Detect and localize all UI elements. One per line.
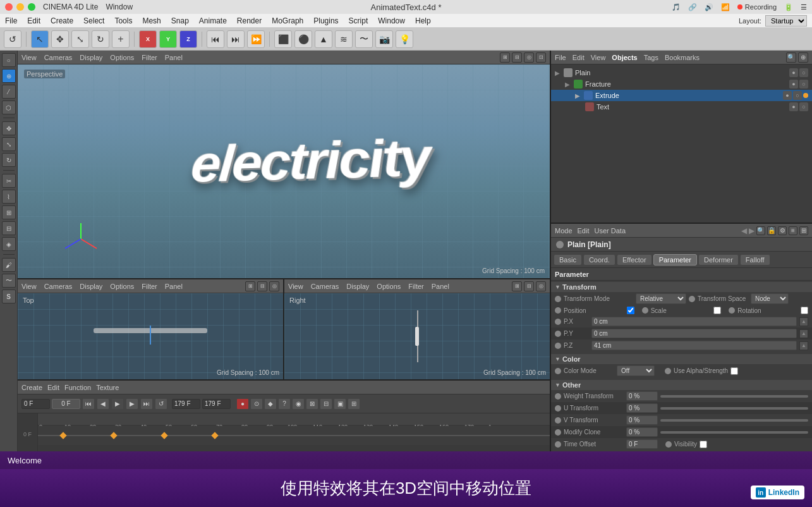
top-vp-display[interactable]: Display bbox=[80, 283, 102, 290]
vis-circle[interactable] bbox=[665, 441, 672, 448]
pz-input[interactable] bbox=[591, 341, 797, 350]
menu-file[interactable]: File bbox=[5, 16, 17, 25]
ut-circle[interactable] bbox=[555, 405, 561, 412]
transform-space-select[interactable]: Node bbox=[751, 293, 789, 304]
pz-up-btn[interactable]: ▲ bbox=[799, 341, 808, 350]
plain-expand[interactable]: ▶ bbox=[555, 70, 560, 76]
alpha-checkbox[interactable] bbox=[730, 367, 738, 375]
add-btn[interactable]: + bbox=[112, 30, 130, 48]
tool-knife[interactable]: ✂ bbox=[2, 174, 16, 188]
right-vc-3[interactable]: ◎ bbox=[536, 281, 546, 291]
rot-key-btn[interactable]: ◉ bbox=[292, 398, 305, 410]
extrude-expand[interactable]: ▶ bbox=[575, 92, 580, 99]
right-viewport-canvas[interactable]: Right Grid Spacing : 100 cm bbox=[284, 293, 550, 379]
main-viewport-canvas[interactable]: Perspective electricity Grid Spacing : 1… bbox=[18, 64, 550, 278]
rotate-btn[interactable]: ↻ bbox=[92, 30, 109, 48]
tool-bevel[interactable]: ◈ bbox=[2, 237, 16, 251]
right-vp-filter[interactable]: Filter bbox=[408, 283, 423, 290]
obj-menu-file[interactable]: File bbox=[555, 54, 566, 61]
kf-marker-2[interactable] bbox=[110, 432, 117, 439]
obj-text-row[interactable]: Text ● ○ bbox=[551, 101, 812, 113]
text-vis-icon[interactable]: ● bbox=[789, 102, 798, 111]
scale-circle[interactable] bbox=[642, 307, 648, 314]
tl-create[interactable]: Create bbox=[21, 384, 42, 391]
go-start-btn[interactable]: ⏮ bbox=[82, 398, 95, 410]
tool-smooth[interactable]: 〜 bbox=[2, 274, 16, 288]
top-vp-cameras[interactable]: Cameras bbox=[44, 283, 73, 290]
pz-circle[interactable] bbox=[555, 343, 561, 349]
right-vp-display[interactable]: Display bbox=[346, 283, 369, 290]
maximize-button[interactable] bbox=[28, 3, 35, 11]
right-vp-options[interactable]: Options bbox=[377, 283, 401, 290]
to-circle[interactable] bbox=[555, 441, 561, 448]
kf-marker-1[interactable] bbox=[59, 432, 66, 439]
menu-select[interactable]: Select bbox=[83, 16, 104, 25]
minimize-button[interactable] bbox=[16, 3, 24, 11]
modify-clone-input[interactable] bbox=[626, 427, 658, 437]
color-section-header[interactable]: ▼ Color bbox=[551, 354, 812, 364]
transform-mode-select[interactable]: Relative bbox=[636, 293, 686, 304]
obj-menu-view[interactable]: View bbox=[591, 54, 606, 61]
tool-inset[interactable]: ⊟ bbox=[2, 221, 16, 235]
right-vp-view[interactable]: View bbox=[288, 283, 303, 290]
right-vc-1[interactable]: ⊞ bbox=[512, 281, 522, 291]
search2-icon[interactable]: ⊕ bbox=[798, 52, 808, 63]
rotation-checkbox[interactable] bbox=[801, 307, 808, 314]
top-vp-view[interactable]: View bbox=[21, 283, 37, 290]
menu-create[interactable]: Create bbox=[51, 16, 73, 25]
ts-circle[interactable] bbox=[689, 296, 695, 302]
tl-function[interactable]: Function bbox=[64, 384, 91, 391]
vt-circle[interactable] bbox=[555, 417, 561, 424]
prev-frame-btn[interactable]: ◀ bbox=[97, 398, 109, 410]
vp-menu-options[interactable]: Options bbox=[110, 54, 134, 61]
vp-ctrl-2[interactable]: ⊟ bbox=[512, 52, 522, 63]
attr-nav-fwd[interactable]: ▶ bbox=[749, 226, 754, 235]
deformer-btn[interactable]: 〜 bbox=[355, 30, 373, 48]
tool-extrude[interactable]: ⊞ bbox=[2, 205, 16, 219]
top-vc-3[interactable]: ◎ bbox=[269, 281, 279, 291]
tl-edit[interactable]: Edit bbox=[47, 384, 59, 391]
keyframe-track[interactable] bbox=[38, 426, 550, 445]
obj-menu-tags[interactable]: Tags bbox=[644, 54, 658, 61]
vt-slider[interactable] bbox=[660, 419, 808, 422]
fracture-render-icon[interactable]: ○ bbox=[799, 80, 808, 89]
alpha-circle[interactable] bbox=[665, 368, 671, 374]
record-btn[interactable]: ● bbox=[236, 398, 249, 410]
scale-checkbox[interactable] bbox=[713, 307, 721, 314]
point-key-btn[interactable]: ▣ bbox=[334, 398, 346, 410]
attr-icon5[interactable]: ⊞ bbox=[799, 226, 808, 235]
axis-z[interactable]: Z bbox=[179, 30, 197, 48]
tab-coord[interactable]: Coord. bbox=[583, 254, 615, 266]
end-frame-input[interactable] bbox=[172, 399, 200, 409]
timeline-ruler-area[interactable]: 0 10 20 30 40 50 60 70 80 90 100 110 bbox=[38, 413, 550, 455]
menu-snap[interactable]: Snap bbox=[171, 16, 189, 25]
obj-menu-objects[interactable]: Objects bbox=[612, 54, 637, 61]
nurbs-btn[interactable]: ≋ bbox=[335, 30, 353, 48]
menu-window[interactable]: Window bbox=[378, 16, 405, 25]
window-controls[interactable] bbox=[5, 3, 35, 11]
scale-btn[interactable]: ⤡ bbox=[71, 30, 89, 48]
tab-effector[interactable]: Effector bbox=[617, 254, 652, 266]
right-vp-cameras[interactable]: Cameras bbox=[311, 283, 339, 290]
attr-menu-edit[interactable]: Edit bbox=[578, 227, 590, 235]
undo-btn[interactable]: ↺ bbox=[4, 30, 21, 48]
search-icon[interactable]: 🔍 bbox=[786, 52, 796, 63]
menu-script[interactable]: Script bbox=[349, 16, 368, 25]
vp-menu-view[interactable]: View bbox=[21, 54, 37, 61]
menu-render[interactable]: Render bbox=[237, 16, 262, 25]
vp-ctrl-1[interactable]: ⊞ bbox=[500, 52, 510, 63]
top-vc-2[interactable]: ⊟ bbox=[257, 281, 267, 291]
right-vp-panel[interactable]: Panel bbox=[432, 283, 449, 290]
tab-falloff[interactable]: Falloff bbox=[740, 254, 770, 266]
attr-icon1[interactable]: 🔍 bbox=[756, 226, 765, 235]
obj-extrude-row[interactable]: ▶ Extrude ● ○ bbox=[551, 90, 812, 101]
mc-slider[interactable] bbox=[660, 431, 808, 434]
attr-menu-mode[interactable]: Mode bbox=[555, 227, 573, 235]
play-btn[interactable]: ▶ bbox=[111, 398, 124, 410]
vp-menu-cameras[interactable]: Cameras bbox=[44, 54, 73, 61]
play-back-btn[interactable]: ⏮ bbox=[207, 30, 224, 48]
loop-btn[interactable]: ↺ bbox=[155, 398, 167, 410]
wt-slider[interactable] bbox=[660, 395, 808, 398]
position-checkbox[interactable] bbox=[627, 307, 634, 314]
plain-vis-icon[interactable]: ● bbox=[789, 68, 798, 77]
